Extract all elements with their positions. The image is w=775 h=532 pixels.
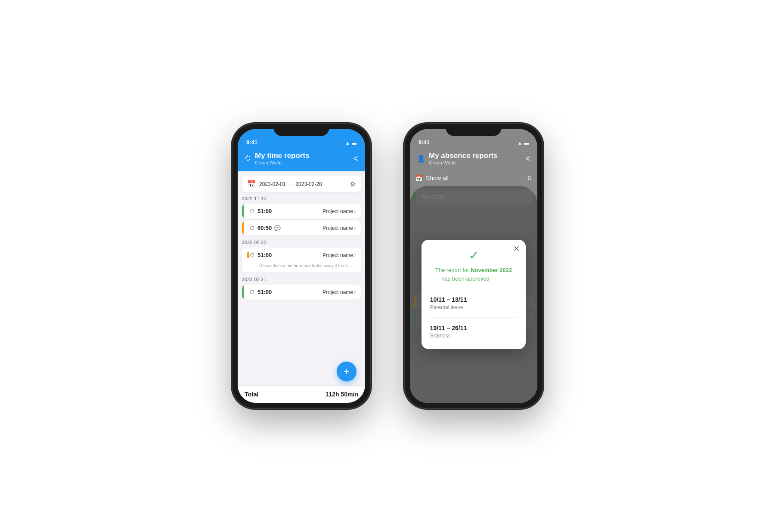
- sort-icon[interactable]: ⇅: [527, 175, 532, 182]
- chevron-icon-3: ›: [354, 252, 356, 258]
- back-button-2[interactable]: <: [525, 154, 530, 164]
- time-entry-2[interactable]: ⏱ 60:50 💬 Project name ›: [242, 220, 361, 235]
- modal-entry-1: 10/11 – 13/11 Parental leave: [430, 293, 518, 314]
- status-icons-1: ▲ ▬: [345, 140, 356, 145]
- modal-overlay: ✕ ✓ The report for November 2022 has bee…: [410, 186, 537, 403]
- wifi-icon: ▲: [345, 140, 350, 145]
- clock-icon-4: ⏱: [250, 289, 255, 295]
- entry-project-4: Project name ›: [322, 289, 356, 295]
- end-date[interactable]: 2023-02-28: [295, 181, 322, 187]
- add-fab-button[interactable]: +: [337, 362, 356, 381]
- entry-content-4: ⏱ 51:00: [247, 289, 319, 295]
- modal-type-1: Parental leave: [430, 304, 518, 310]
- modal-entry-2: 19/11 – 26/11 Sickness: [430, 321, 518, 342]
- header-title-group-2: My absence reports Green World: [429, 152, 498, 165]
- entry-bar-green-1: [242, 204, 244, 219]
- calendar-icon: 📅: [247, 180, 256, 188]
- back-button-1[interactable]: <: [353, 154, 358, 164]
- entry-content-3: ⏱ 51:00: [247, 252, 319, 258]
- modal-message-prefix: The report for: [435, 267, 471, 273]
- approval-modal: ✕ ✓ The report for November 2022 has bee…: [422, 240, 526, 349]
- notch: [273, 124, 329, 136]
- filter-icon[interactable]: ⚙: [350, 181, 356, 188]
- show-all-bar[interactable]: 📅 Show all ⇅: [410, 171, 537, 186]
- entry-project-2: Project name ›: [322, 225, 356, 231]
- section-date-3: 2022-02-21: [238, 273, 365, 284]
- time-header-icon: ⏱: [245, 155, 251, 162]
- entry-time-3: 51:00: [257, 252, 272, 258]
- start-date[interactable]: 2023-02-01: [259, 181, 285, 187]
- time-entry-1[interactable]: ⏱ 51:00 Project name ›: [242, 204, 361, 219]
- entry-time-2: 60:50: [257, 225, 272, 231]
- chevron-icon-4: ›: [354, 289, 356, 295]
- status-icons-2: ▲ ▬: [518, 140, 529, 145]
- calendar-icon-2: 📅: [415, 175, 422, 182]
- modal-divider-2: [430, 317, 518, 318]
- time-entry-4[interactable]: ⏱ 51:00 Project name ›: [242, 285, 361, 300]
- header-title-2: My absence reports: [429, 152, 498, 160]
- dimmed-content: Nov 2022 ✓ Aug 2022 0 ✳ Jul 2022 0 ✓: [410, 186, 537, 403]
- header-left-2: 👤 My absence reports Green World: [417, 152, 498, 165]
- status-time-2: 9:41: [418, 139, 430, 145]
- section-date-2: 2022-02-22: [238, 236, 365, 247]
- modal-checkmark: ✓: [430, 248, 518, 263]
- modal-close-button[interactable]: ✕: [513, 245, 520, 253]
- modal-type-2: Sickness: [430, 333, 518, 339]
- entry-project-3: Project name ›: [322, 252, 356, 258]
- header-subtitle-1: Green World: [255, 160, 310, 165]
- time-content: 📅 2023-02-01 — 2023-02-28 ⚙ 2022-11-10 ⏱…: [238, 171, 365, 385]
- entry-project-1: Project name ›: [322, 208, 356, 214]
- entry-time-4: 51:00: [257, 289, 272, 295]
- modal-message-bold: November 2022: [471, 267, 512, 273]
- header-title-1: My time reports: [255, 152, 310, 160]
- entry-time-1: 51:00: [257, 208, 272, 214]
- comment-icon: 💬: [274, 225, 281, 231]
- header-subtitle-2: Green World: [429, 160, 498, 165]
- clock-icon-3: ⏱: [250, 252, 255, 258]
- modal-message-suffix: has been approved: [441, 275, 489, 282]
- entry-bar-green-2: [242, 285, 244, 300]
- chevron-icon-2: ›: [354, 225, 356, 231]
- person-header-icon: 👤: [417, 155, 425, 163]
- entry-description-3: Description come here and fades away if …: [247, 263, 352, 268]
- date-range: 2023-02-01 — 2023-02-28: [259, 181, 347, 187]
- chevron-icon-1: ›: [354, 208, 356, 214]
- battery-icon: ▬: [352, 140, 356, 145]
- app-header-2: 👤 My absence reports Green World <: [410, 148, 537, 171]
- modal-dates-2: 19/11 – 26/11: [430, 325, 518, 331]
- modal-divider-1: [430, 289, 518, 289]
- app-header-1: ⏱ My time reports Green World <: [238, 148, 365, 171]
- entry-bar-orange-2: [247, 252, 249, 258]
- total-value: 112h 50min: [326, 391, 358, 398]
- phone-time-reports: 9:41 ▲ ▬ ⏱ My time reports Green World <…: [232, 124, 370, 408]
- modal-approval-message: The report for November 2022 has been ap…: [430, 266, 518, 283]
- date-separator: —: [288, 182, 293, 187]
- entry-content-1: ⏱ 51:00: [247, 208, 319, 214]
- show-all-label: Show all: [426, 175, 524, 182]
- date-filter[interactable]: 📅 2023-02-01 — 2023-02-28 ⚙: [242, 176, 361, 192]
- battery-icon-2: ▬: [524, 140, 529, 145]
- header-title-group-1: My time reports Green World: [255, 152, 310, 165]
- header-left-1: ⏱ My time reports Green World: [245, 152, 310, 165]
- total-bar: Total 112h 50min: [238, 385, 365, 403]
- entry-bar-orange-1: [242, 220, 244, 235]
- notch-2: [446, 124, 502, 136]
- clock-icon-2: ⏱: [250, 225, 255, 231]
- wifi-icon-2: ▲: [518, 140, 522, 145]
- status-time-1: 9:41: [246, 139, 257, 145]
- entry-content-2: ⏱ 60:50 💬: [247, 225, 319, 231]
- clock-icon-1: ⏱: [250, 208, 255, 214]
- phone-absence-reports: 9:41 ▲ ▬ 👤 My absence reports Green Worl…: [405, 124, 542, 408]
- section-date-1: 2022-11-10: [238, 192, 365, 203]
- modal-dates-1: 10/11 – 13/11: [430, 296, 518, 303]
- time-entry-3[interactable]: ⏱ 51:00 Project name › Description come …: [242, 247, 361, 272]
- total-label: Total: [245, 391, 258, 398]
